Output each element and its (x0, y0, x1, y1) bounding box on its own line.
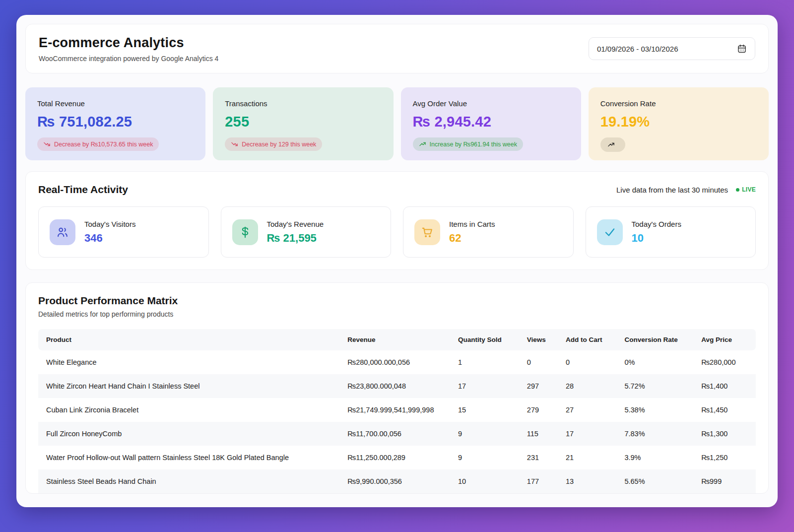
realtime-card-value: 10 (632, 232, 681, 245)
realtime-card-text: Today's Revenue ₨ 21,595 (267, 220, 324, 245)
live-label: LIVE (742, 186, 756, 193)
cell-avg-price: ₨1,450 (693, 398, 756, 422)
table-header: Product Revenue Quantity Sold Views Add … (38, 329, 756, 350)
cell-conversion-rate: 5.38% (616, 398, 693, 422)
cell-avg-price: ₨1,300 (693, 422, 756, 446)
cell-conversion-rate: 3.9% (616, 446, 693, 469)
trend-badge: Increase by ₨961.94 this week (413, 137, 523, 151)
cell-product: White Zircon Heart Hand Chain I Stainles… (38, 374, 339, 398)
matrix-title: Product Performance Matrix (38, 295, 756, 307)
header-text: E-commerce Analytics WooCommerce integra… (39, 35, 218, 63)
live-dot-icon (736, 188, 739, 192)
dashboard-container: E-commerce Analytics WooCommerce integra… (16, 15, 778, 507)
cell-add-to-cart: 27 (558, 398, 617, 422)
cart-icon (414, 219, 440, 245)
cell-views: 177 (519, 469, 558, 493)
column-header-conversion-rate: Conversion Rate (616, 329, 693, 350)
realtime-card-label: Today's Revenue (267, 220, 324, 228)
cell-quantity-sold: 10 (450, 469, 519, 493)
cell-add-to-cart: 28 (558, 374, 617, 398)
stat-label: Total Revenue (37, 99, 194, 108)
cell-avg-price: ₨280,000 (693, 350, 756, 374)
matrix-subtitle: Detailed metrics for top performing prod… (38, 310, 756, 318)
stat-card-avg-order-value: Avg Order Value ₨ 2,945.42 Increase by ₨… (401, 87, 581, 160)
realtime-cards-row: Today's Visitors 346 Today's Revenue ₨ 2… (38, 206, 756, 258)
column-header-revenue: Revenue (339, 329, 450, 350)
cell-views: 279 (519, 398, 558, 422)
cell-add-to-cart: 17 (558, 422, 617, 446)
cell-revenue: ₨23,800.000,048 (339, 374, 450, 398)
cell-product: Stainless Steel Beads Hand Chain (38, 469, 339, 493)
users-icon (50, 219, 75, 245)
realtime-card-label: Items in Carts (449, 220, 495, 228)
stat-label: Conversion Rate (600, 99, 757, 108)
date-range-picker[interactable]: 01/09/2026 - 03/10/2026 (589, 37, 755, 60)
cell-quantity-sold: 9 (450, 422, 519, 446)
realtime-card-orders: Today's Orders 10 (586, 206, 756, 258)
page-title: E-commerce Analytics (39, 35, 218, 51)
cell-revenue: ₨280,000.000,056 (339, 350, 450, 374)
realtime-title: Real-Time Activity (38, 184, 128, 196)
realtime-header: Real-Time Activity Live data from the la… (38, 184, 756, 196)
realtime-card-visitors: Today's Visitors 346 (38, 206, 209, 258)
cell-product: Cuban Link Zirconia Bracelet (38, 398, 339, 422)
cell-revenue: ₨11,250.000,289 (339, 446, 450, 469)
column-header-product: Product (38, 329, 339, 350)
cell-quantity-sold: 1 (450, 350, 519, 374)
stat-card-total-revenue: Total Revenue ₨ 751,082.25 Decrease by ₨… (25, 87, 205, 160)
stat-card-transactions: Transactions 255 Decrease by 129 this we… (213, 87, 393, 160)
trending-up-icon (419, 140, 426, 148)
stat-label: Avg Order Value (413, 99, 569, 108)
realtime-card-carts: Items in Carts 62 (403, 206, 574, 258)
product-table: Product Revenue Quantity Sold Views Add … (38, 329, 756, 493)
product-matrix-section: Product Performance Matrix Detailed metr… (25, 282, 769, 494)
cell-revenue: ₨21,749.999,541,999,998 (339, 398, 450, 422)
table-row: Water Proof Hollow-out Wall pattern Stai… (38, 446, 756, 469)
cell-avg-price: ₨1,400 (693, 374, 756, 398)
stat-value: ₨ 2,945.42 (413, 114, 569, 130)
cell-views: 115 (519, 422, 558, 446)
column-header-views: Views (519, 329, 558, 350)
trend-badge (600, 137, 625, 152)
stat-cards-row: Total Revenue ₨ 751,082.25 Decrease by ₨… (25, 87, 769, 160)
column-header-avg-price: Avg Price (693, 329, 756, 350)
realtime-card-text: Today's Orders 10 (632, 220, 681, 245)
cell-quantity-sold: 17 (450, 374, 519, 398)
cell-quantity-sold: 15 (450, 398, 519, 422)
date-range-label: 01/09/2026 - 03/10/2026 (597, 45, 678, 53)
trend-badge: Decrease by ₨10,573.65 this week (37, 137, 159, 151)
cell-add-to-cart: 21 (558, 446, 617, 469)
live-note: Live data from the last 30 minutes (616, 186, 728, 194)
trend-badge-label: Decrease by ₨10,573.65 this week (54, 141, 153, 148)
stat-label: Transactions (225, 99, 381, 108)
realtime-card-value: ₨ 21,595 (267, 232, 324, 245)
realtime-card-text: Items in Carts 62 (449, 220, 495, 245)
trend-badge-label: Decrease by 129 this week (242, 141, 316, 148)
cell-product: White Elegance (38, 350, 339, 374)
realtime-card-label: Today's Visitors (84, 220, 135, 228)
stat-value: 19.19% (600, 114, 757, 130)
cell-revenue: ₨11,700.00,056 (339, 422, 450, 446)
live-status: Live data from the last 30 minutes LIVE (616, 186, 756, 194)
cell-add-to-cart: 0 (558, 350, 617, 374)
realtime-card-text: Today's Visitors 346 (84, 220, 135, 245)
table-row: Cuban Link Zirconia Bracelet ₨21,749.999… (38, 398, 756, 422)
trending-down-icon (43, 140, 51, 148)
table-row: Stainless Steel Beads Hand Chain ₨9,990.… (38, 469, 756, 493)
calendar-icon (737, 44, 747, 54)
page-background: E-commerce Analytics WooCommerce integra… (0, 0, 794, 532)
table-row: Full Zircon HoneyComb ₨11,700.00,056 9 1… (38, 422, 756, 446)
trend-badge-label: Increase by ₨961.94 this week (430, 141, 517, 148)
cell-revenue: ₨9,990.000,356 (339, 469, 450, 493)
cell-product: Full Zircon HoneyComb (38, 422, 339, 446)
cell-views: 231 (519, 446, 558, 469)
stat-value: 255 (225, 114, 381, 130)
cell-avg-price: ₨1,250 (693, 446, 756, 469)
cell-conversion-rate: 7.83% (616, 422, 693, 446)
cell-quantity-sold: 9 (450, 446, 519, 469)
trending-down-icon (231, 140, 238, 148)
cell-conversion-rate: 5.72% (616, 374, 693, 398)
cell-add-to-cart: 13 (558, 469, 617, 493)
column-header-quantity-sold: Quantity Sold (450, 329, 519, 350)
page-subtitle: WooCommerce integration powered by Googl… (39, 55, 218, 63)
